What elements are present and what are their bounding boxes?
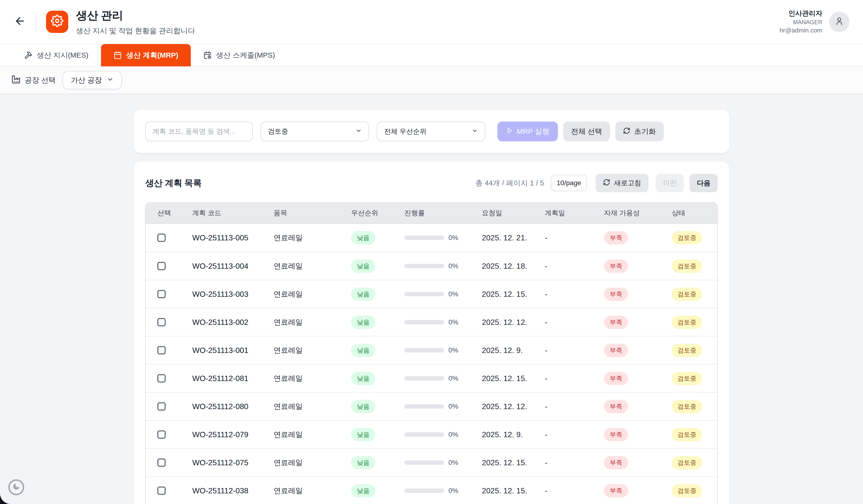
page-title: 생산 관리 (76, 8, 195, 23)
priority-badge: 낮음 (351, 428, 375, 441)
run-mrp-button[interactable]: MRP 실행 (497, 122, 558, 141)
table-row[interactable]: WO-251113-005 연료레일 낮음 0% 2025. 12. 21. -… (146, 224, 717, 252)
chevron-down-icon (107, 76, 114, 85)
priority-filter-select[interactable]: 전체 우선순위 (377, 122, 485, 141)
dark-mode-toggle[interactable] (8, 479, 24, 495)
table-row[interactable]: WO-251113-001 연료레일 낮음 0% 2025. 12. 9. - … (146, 336, 717, 364)
planned-date: - (545, 458, 548, 467)
row-checkbox[interactable] (158, 430, 166, 439)
tab-production-plan-mrp[interactable]: 생산 계획(MRP) (101, 44, 191, 66)
planned-date: - (545, 290, 548, 299)
requested-date: 2025. 12. 18. (482, 262, 527, 270)
column-header: 자재 가용성 (592, 209, 660, 218)
tab-label: 생산 스케줄(MPS) (216, 50, 275, 60)
table-row[interactable]: WO-251112-079 연료레일 낮음 0% 2025. 12. 9. - … (146, 420, 717, 448)
table-row[interactable]: WO-251112-080 연료레일 낮음 0% 2025. 12. 12. -… (146, 392, 717, 420)
table-row[interactable]: WO-251112-075 연료레일 낮음 0% 2025. 12. 15. -… (146, 448, 717, 476)
refresh-icon (603, 179, 610, 188)
row-checkbox[interactable] (158, 290, 166, 298)
priority-badge: 낮음 (351, 484, 375, 497)
page-subtitle: 생산 지시 및 작업 현황을 관리합니다 (76, 26, 195, 36)
table-row[interactable]: WO-251112-038 연료레일 낮음 0% 2025. 12. 15. -… (146, 476, 717, 504)
progress-label: 0% (448, 290, 458, 298)
avatar[interactable] (829, 12, 849, 32)
tab-label: 생산 계획(MRP) (126, 50, 178, 60)
table-row[interactable]: WO-251113-002 연료레일 낮음 0% 2025. 12. 12. -… (146, 308, 717, 336)
chevron-down-icon (355, 128, 362, 136)
progress-bar (404, 264, 444, 268)
item-name: 연료레일 (274, 458, 303, 468)
row-checkbox[interactable] (158, 458, 166, 467)
table-row[interactable]: WO-251112-081 연료레일 낮음 0% 2025. 12. 15. -… (146, 364, 717, 392)
status-badge: 검토중 (672, 316, 702, 329)
pagination-summary: 총 44개 / 페이지 1 / 5 (475, 178, 544, 188)
item-name: 연료레일 (274, 345, 303, 355)
app-header: 생산 관리 생산 지시 및 작업 현황을 관리합니다 인사관리자 MANAGER… (0, 0, 863, 44)
prev-page-button[interactable]: 이전 (656, 174, 684, 192)
row-checkbox[interactable] (158, 234, 166, 242)
row-checkbox[interactable] (158, 318, 166, 326)
next-page-button[interactable]: 다음 (690, 174, 718, 192)
gear-icon (51, 14, 63, 29)
status-filter-select[interactable]: 검토중 (261, 122, 369, 141)
table-row[interactable]: WO-251113-003 연료레일 낮음 0% 2025. 12. 15. -… (146, 280, 717, 308)
material-badge: 부족 (604, 231, 628, 244)
reset-button[interactable]: 초기화 (615, 122, 664, 141)
search-input[interactable] (145, 122, 253, 141)
main-content: 검토중 전체 우선순위 MRP 실행 (0, 94, 863, 504)
progress-bar (404, 404, 444, 408)
progress-label: 0% (448, 262, 458, 270)
row-checkbox[interactable] (158, 374, 166, 382)
row-checkbox[interactable] (158, 487, 166, 495)
hammer-icon (24, 51, 33, 59)
status-badge: 검토중 (672, 456, 702, 469)
row-checkbox[interactable] (158, 402, 166, 411)
row-checkbox[interactable] (158, 262, 166, 270)
item-name: 연료레일 (274, 486, 303, 496)
header-divider (36, 12, 36, 32)
planned-date: - (545, 234, 548, 242)
material-badge: 부족 (604, 316, 628, 329)
calendar-clock-icon (203, 51, 212, 59)
refresh-button[interactable]: 새로고침 (596, 174, 649, 192)
status-badge: 검토중 (672, 372, 702, 385)
progress-label: 0% (448, 459, 458, 466)
priority-badge: 낮음 (351, 372, 375, 385)
progress-label: 0% (448, 318, 458, 326)
factory-select-label: 공장 선택 (12, 75, 56, 86)
filter-panel: 검토중 전체 우선순위 MRP 실행 (134, 110, 729, 153)
plan-table: 선택 계획 코드 품목 우선순위 진행률 요청일 계획일 자재 가용성 상태 W… (145, 202, 718, 504)
plan-code: WO-251112-075 (192, 458, 248, 467)
factory-icon (12, 75, 20, 86)
progress-bar (404, 376, 444, 380)
material-badge: 부족 (604, 456, 628, 469)
tab-production-schedule-mps[interactable]: 생산 스케줄(MPS) (191, 44, 287, 66)
select-all-button[interactable]: 전체 선택 (563, 122, 610, 141)
column-header: 우선순위 (339, 209, 393, 218)
status-badge: 검토중 (672, 231, 702, 244)
table-row[interactable]: WO-251113-004 연료레일 낮음 0% 2025. 12. 18. -… (146, 252, 717, 280)
person-icon (835, 16, 844, 28)
tab-production-order-mes[interactable]: 생산 지시(MES) (12, 44, 101, 66)
priority-badge: 낮음 (351, 260, 375, 273)
progress-bar (404, 432, 444, 437)
planned-date: - (545, 430, 548, 439)
factory-select[interactable]: 가산 공장 (62, 71, 122, 89)
tab-bar: 생산 지시(MES) 생산 계획(MRP) 생산 스케줄(MPS) (0, 44, 863, 67)
progress-bar (404, 348, 444, 352)
list-title: 생산 계획 목록 (145, 177, 202, 189)
material-badge: 부족 (604, 260, 628, 273)
factory-selected-value: 가산 공장 (71, 75, 102, 85)
page-size-select[interactable]: 10/page (551, 175, 587, 191)
progress-label: 0% (448, 403, 458, 410)
material-badge: 부족 (604, 372, 628, 385)
row-checkbox[interactable] (158, 346, 166, 354)
plan-code: WO-251113-004 (192, 262, 248, 270)
plan-code: WO-251112-080 (192, 402, 248, 411)
stage: 생산 관리 생산 지시 및 작업 현황을 관리합니다 인사관리자 MANAGER… (0, 0, 863, 504)
material-badge: 부족 (604, 344, 628, 357)
priority-badge: 낮음 (351, 456, 375, 469)
plan-code: WO-251113-002 (192, 318, 248, 327)
back-button[interactable] (11, 13, 29, 31)
user-name: 인사관리자 (779, 9, 822, 18)
